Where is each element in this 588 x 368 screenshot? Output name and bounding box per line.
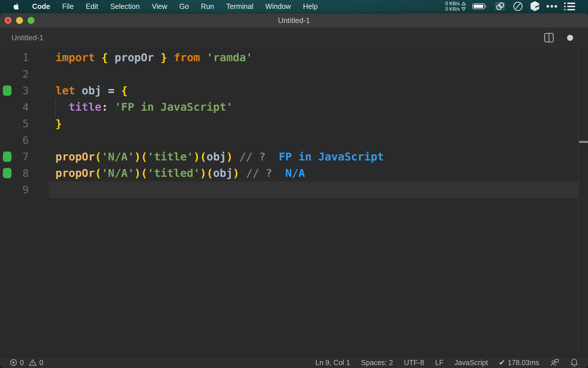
check-icon: ✔	[499, 358, 505, 367]
code-token: 'FP in JavaScript'	[115, 101, 233, 113]
code-token: )(	[193, 150, 206, 163]
warning-count: 0	[39, 359, 43, 367]
code-text: propOr('N/A')('titled')(obj) // ? N/A	[29, 167, 305, 179]
list-icon[interactable]	[564, 2, 576, 11]
code-token: 'titled'	[147, 167, 200, 179]
code-token: 'N/A'	[101, 167, 134, 179]
code-token	[266, 150, 279, 163]
split-editor-icon[interactable]	[544, 33, 554, 43]
code-token	[200, 51, 206, 64]
run-time-value: 178.03ms	[508, 359, 539, 367]
problems-indicator[interactable]: 0 0	[10, 359, 43, 367]
code-token	[95, 51, 101, 64]
code-token: let	[55, 84, 75, 97]
upload-speed: 0 KB/s	[445, 1, 460, 6]
code-editor[interactable]: 1import { propOr } from 'ramda'23let obj…	[0, 48, 588, 356]
code-token	[108, 101, 115, 113]
menu-item-selection[interactable]: Selection	[104, 2, 146, 11]
menu-item-go[interactable]: Go	[173, 2, 195, 11]
close-button[interactable]	[5, 17, 11, 24]
download-speed: 0 KB/s	[445, 6, 460, 12]
code-text: let obj = {	[29, 84, 128, 97]
download-triangle-icon	[461, 7, 466, 11]
code-line[interactable]: 1import { propOr } from 'ramda'	[0, 49, 588, 66]
code-line[interactable]: 4 title: 'FP in JavaScript'	[0, 99, 588, 116]
error-count: 0	[20, 359, 24, 367]
menu-item-code[interactable]: Code	[26, 2, 56, 11]
window-title-bar[interactable]: Untitled-1	[0, 13, 588, 28]
code-token: // ?	[246, 167, 272, 179]
menu-item-run[interactable]: Run	[195, 2, 220, 11]
code-line[interactable]: 5}	[0, 115, 588, 132]
menu-item-help[interactable]: Help	[297, 2, 324, 11]
line-number: 1	[0, 51, 29, 63]
editor-header: Untitled-1	[0, 28, 588, 48]
code-token: obj	[213, 167, 233, 179]
code-token	[115, 84, 121, 97]
code-line[interactable]: 3let obj = {	[0, 82, 588, 99]
code-token: )(	[134, 167, 148, 179]
notifications-bell-icon[interactable]	[570, 358, 578, 367]
menu-item-terminal[interactable]: Terminal	[220, 2, 259, 11]
unsaved-changes-dot[interactable]	[567, 35, 573, 41]
apple-logo-icon	[13, 3, 19, 10]
ellipsis-icon[interactable]	[546, 5, 557, 8]
code-token	[239, 167, 246, 179]
network-speed-indicator[interactable]: 0 KB/s 0 KB/s	[445, 1, 466, 12]
feedback-icon[interactable]	[550, 358, 559, 367]
line-number: 6	[0, 134, 29, 146]
zoom-button[interactable]	[28, 17, 34, 24]
code-token: )(	[200, 167, 213, 179]
code-token	[233, 150, 239, 163]
clock-icon[interactable]	[512, 1, 523, 12]
code-token: (	[95, 167, 101, 179]
minimize-button[interactable]	[16, 17, 23, 24]
code-token	[108, 51, 115, 64]
line-number: 4	[0, 101, 29, 113]
code-line[interactable]: 6	[0, 132, 588, 149]
quokka-run-time[interactable]: ✔ 178.03ms	[499, 358, 539, 367]
warning-icon	[29, 359, 37, 366]
language-mode[interactable]: JavaScript	[454, 359, 488, 367]
code-token: propOr	[55, 167, 95, 179]
line-number: 8	[0, 167, 29, 179]
tab-untitled-1[interactable]: Untitled-1	[0, 33, 43, 42]
code-token: propOr	[55, 150, 95, 163]
indentation-setting[interactable]: Spaces: 2	[361, 359, 393, 367]
menu-item-file[interactable]: File	[56, 2, 80, 11]
linked-rings-icon[interactable]	[494, 1, 506, 12]
vscode-window: Untitled-1 Untitled-1 1import { propOr }…	[0, 13, 588, 368]
line-number: 7	[0, 151, 29, 162]
code-line[interactable]: 8propOr('N/A')('titled')(obj) // ? N/A	[0, 165, 588, 182]
code-token: title	[69, 101, 101, 113]
code-token	[75, 84, 82, 97]
code-token: 'title'	[147, 150, 193, 163]
cursor-position[interactable]: Ln 9, Col 1	[316, 359, 350, 367]
code-token: 'N/A'	[101, 150, 134, 163]
battery-icon[interactable]	[472, 3, 487, 10]
encoding-setting[interactable]: UTF-8	[404, 359, 424, 367]
code-token	[272, 167, 285, 179]
code-line[interactable]: 2	[0, 66, 588, 83]
code-line[interactable]: 9	[0, 181, 588, 198]
menu-item-view[interactable]: View	[146, 2, 173, 11]
menu-item-window[interactable]: Window	[259, 2, 297, 11]
code-text: title: 'FP in JavaScript'	[29, 101, 233, 113]
code-token: )	[233, 167, 239, 179]
code-token: {	[101, 51, 108, 64]
code-line[interactable]: 7propOr('N/A')('title')(obj) // ? FP in …	[0, 148, 588, 165]
apple-menu[interactable]	[0, 3, 26, 10]
code-token: 'ramda'	[206, 51, 252, 64]
code-token	[154, 51, 160, 64]
code-token: N/A	[285, 167, 305, 179]
status-bar: 0 0 Ln 9, Col 1 Spaces: 2 UTF-8 LF JavaS…	[0, 356, 588, 368]
cube-icon[interactable]	[530, 1, 540, 12]
code-token: )(	[134, 150, 148, 163]
code-token: obj	[206, 150, 226, 163]
menu-item-edit[interactable]: Edit	[80, 2, 104, 11]
code-token: :	[101, 101, 108, 113]
eol-setting[interactable]: LF	[435, 359, 444, 367]
code-token: from	[174, 51, 200, 64]
error-icon	[10, 359, 17, 366]
code-token: }	[55, 117, 62, 130]
